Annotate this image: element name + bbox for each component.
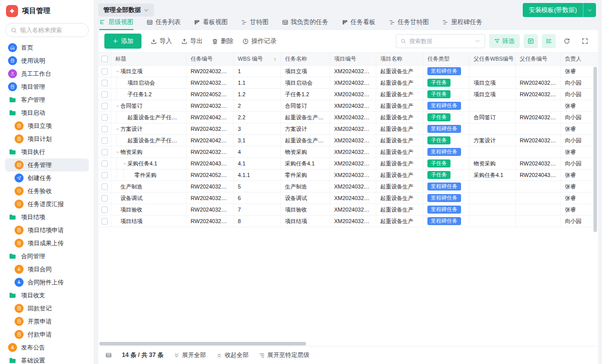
form-view-button[interactable] <box>524 34 538 48</box>
add-button[interactable]: 添加 <box>104 34 141 49</box>
task-title[interactable]: 物资采购 <box>120 148 142 156</box>
sidebar-item[interactable]: 项目成果上传 <box>5 237 89 250</box>
tab[interactable]: 里程碑任务 <box>442 18 483 30</box>
filter-button[interactable]: 筛选 <box>489 34 520 48</box>
header-cell-code[interactable]: 任务编号 <box>187 53 234 65</box>
expand-chevron-icon[interactable] <box>114 100 120 111</box>
sidebar-item[interactable]: 客户管理 <box>5 93 89 106</box>
select-all-checkbox[interactable] <box>101 56 108 62</box>
tab[interactable]: 层级视图 <box>99 18 133 30</box>
row-checkbox[interactable] <box>101 184 108 190</box>
sidebar-item[interactable]: 项目合同 <box>5 263 89 276</box>
task-title[interactable]: 子任务1.2 <box>127 91 152 98</box>
install-template-button[interactable]: 安装模板(带数据) <box>523 3 596 17</box>
sidebar-item[interactable]: 项目启动 <box>5 106 89 119</box>
sidebar-item[interactable]: 基础设置 <box>5 354 89 364</box>
row-checkbox[interactable] <box>101 149 108 155</box>
table-row[interactable]: 项目立项RW202403270011项目立项XM20240327001起重设备生… <box>98 66 598 77</box>
task-title[interactable]: 采购任务4.1 <box>127 160 157 167</box>
sidebar-item[interactable]: 开票申请 <box>5 315 89 328</box>
table-row[interactable]: 设备调试RW202403270066设备调试XM20240327001起重设备生… <box>98 193 598 204</box>
header-cell-owner[interactable]: 负责人 <box>561 53 598 65</box>
sidebar-item[interactable]: 发布公告 <box>5 341 89 354</box>
header-cell-parent_code[interactable]: 父任务编号 <box>516 53 561 65</box>
table-row[interactable]: 起重设备生产子任务3.1RW202404230033.1起重设备生产子任务3.1… <box>98 135 598 146</box>
expand-chevron-icon[interactable] <box>114 146 120 157</box>
row-checkbox[interactable] <box>101 114 108 121</box>
chevron-down-icon[interactable] <box>475 38 481 44</box>
header-cell-type[interactable]: 任务类型 <box>423 53 470 65</box>
table-search-input[interactable] <box>409 38 472 44</box>
expand-level-button[interactable]: 展开至特定层级 <box>259 351 310 359</box>
install-template-caret[interactable] <box>583 3 596 17</box>
sidebar-item[interactable]: 创建任务 <box>5 171 89 185</box>
sidebar-item[interactable]: 合同附件上传 <box>5 276 89 289</box>
sort-asc-icon[interactable]: ↑ <box>274 56 277 62</box>
task-title[interactable]: 起重设备生产子任务3.1 <box>127 137 182 144</box>
tab[interactable]: 我负责的任务 <box>282 18 329 30</box>
sidebar-search[interactable] <box>5 23 89 37</box>
task-title[interactable]: 项目验收 <box>120 206 142 214</box>
fullscreen-button[interactable] <box>578 34 592 48</box>
task-title[interactable]: 项目启动会 <box>127 79 155 87</box>
task-title[interactable]: 方案设计 <box>120 125 142 133</box>
tab[interactable]: 任务甘特图 <box>389 18 429 30</box>
table-row[interactable]: 项目验收RW202403270077项目验收XM20240327001起重设备生… <box>98 204 598 216</box>
sidebar-item[interactable]: 项目立项 <box>5 119 89 132</box>
tab[interactable]: 甘特图 <box>241 18 269 30</box>
row-checkbox[interactable] <box>101 80 108 86</box>
row-checkbox[interactable] <box>101 207 108 213</box>
export-button[interactable]: 导出 <box>181 37 203 46</box>
table-row[interactable]: 子任务1.2RW202405230011.2子任务1.2XM2024032700… <box>98 89 598 100</box>
expand-all-button[interactable]: 展开全部 <box>174 351 206 359</box>
header-cell-project_code[interactable]: 项目编号 <box>330 53 376 65</box>
vertical-scrollbar[interactable] <box>593 67 597 232</box>
expand-chevron-icon[interactable] <box>121 158 127 169</box>
sidebar-item[interactable]: 使用说明 <box>5 54 89 67</box>
delete-button[interactable]: 删除 <box>212 37 233 46</box>
scope-selector-button[interactable]: 管理全部数据 <box>98 4 154 17</box>
tab[interactable]: 看板视图 <box>194 18 228 30</box>
expand-chevron-icon[interactable] <box>114 66 120 77</box>
task-title[interactable]: 起重设备生产子任务2.2 <box>127 114 182 121</box>
sidebar-search-input[interactable] <box>20 27 83 34</box>
tab[interactable]: 任务列表 <box>146 18 181 30</box>
sidebar-item[interactable]: 项目收支 <box>5 289 89 302</box>
install-template-label[interactable]: 安装模板(带数据) <box>523 3 583 17</box>
task-title[interactable]: 合同签订 <box>120 102 142 110</box>
horizontal-scrollbar-thumb[interactable] <box>99 342 306 345</box>
sidebar-item[interactable]: 项目结项 <box>5 211 89 224</box>
sidebar-item[interactable]: 项目结项申请 <box>5 224 89 237</box>
header-cell-parent_wbs[interactable]: 父任务WBS编号 <box>470 53 516 65</box>
table-search[interactable] <box>396 34 485 48</box>
collapse-all-button[interactable]: 收起全部 <box>216 351 249 359</box>
header-cell-title[interactable]: 标题 <box>111 53 187 65</box>
table-row[interactable]: 合同签订RW202403270022合同签订XM20240327001起重设备生… <box>98 100 598 112</box>
table-row[interactable]: 零件采购RW202405220014.1.1零件采购XM20240327001起… <box>98 169 598 181</box>
row-checkbox[interactable] <box>101 172 108 178</box>
select-all-header-cell[interactable] <box>98 53 111 65</box>
sidebar-item[interactable]: 项目执行 <box>5 145 89 158</box>
row-checkbox[interactable] <box>101 91 108 98</box>
row-checkbox[interactable] <box>101 126 108 132</box>
row-checkbox[interactable] <box>101 160 108 167</box>
header-cell-name[interactable]: 任务名称 <box>281 53 330 65</box>
sidebar-item[interactable]: 员工工作台 <box>5 67 89 80</box>
task-title[interactable]: 零件采购 <box>134 171 157 179</box>
task-title[interactable]: 项目结项 <box>120 218 142 225</box>
table-row[interactable]: 采购任务4.1RW202404300014.1采购任务4.1XM20240327… <box>98 158 598 169</box>
sidebar-item[interactable]: 付款申请 <box>5 328 89 341</box>
table-row[interactable]: 项目启动会RW202403270091.1项目启动会XM20240327001起… <box>98 77 598 89</box>
table-row[interactable]: 生产制造RW202403270055生产制造XM20240327001起重设备生… <box>98 181 598 193</box>
row-checkbox[interactable] <box>101 137 108 144</box>
history-button[interactable]: 操作记录 <box>242 37 276 46</box>
header-cell-project_name[interactable]: 项目名称 <box>376 53 423 65</box>
row-checkbox[interactable] <box>101 218 108 225</box>
sidebar-item[interactable]: 首页 <box>5 41 89 54</box>
task-title[interactable]: 生产制造 <box>120 183 142 191</box>
header-cell-wbs[interactable]: WBS 编号↑ <box>234 53 281 65</box>
table-row[interactable]: 项目结项RW202403270088项目结项XM20240327001起重设备生… <box>98 216 598 227</box>
row-checkbox[interactable] <box>101 195 108 202</box>
table-row[interactable]: 方案设计RW202403270033方案设计XM20240327001起重设备生… <box>98 123 598 135</box>
sidebar-item[interactable]: 项目计划 <box>5 132 89 145</box>
